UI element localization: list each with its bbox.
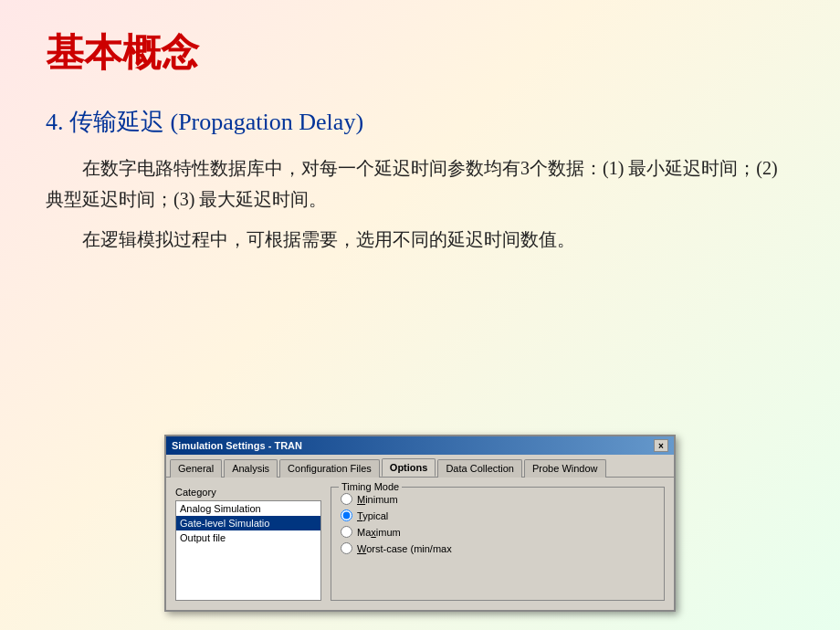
category-analog-simulation[interactable]: Analog Simulation [176,501,320,516]
paragraph2: 在逻辑模拟过程中，可根据需要，选用不同的延迟时间数值。 [46,224,794,255]
section-heading: 4. 传输延迟 (Propagation Delay) [46,106,794,138]
category-gate-level[interactable]: Gate-level Simulatio [176,516,320,530]
timing-minimum-row: Minimum [341,493,655,505]
timing-maximum-radio[interactable] [341,526,352,538]
timing-maximum-label: Maximum [357,527,401,538]
simulation-settings-dialog: Simulation Settings - TRAN × General Ana… [164,435,676,612]
slide-title: 基本概念 [46,27,794,79]
dialog-inner: Category Analog Simulation Gate-level Si… [175,487,665,601]
timing-worstcase-radio[interactable] [341,542,352,554]
section-number: 4. [46,109,64,135]
timing-typical-label: Typical [357,510,388,521]
paragraph1: 在数字电路特性数据库中，对每一个延迟时间参数均有3个数据：(1) 最小延迟时间；… [46,152,794,215]
category-output-file[interactable]: Output file [176,530,320,545]
section-heading-en: (Propagation Delay) [171,109,364,135]
timing-mode-group: Timing Mode Minimum Typical Maximum [331,487,665,601]
timing-minimum-label: Minimum [357,494,398,505]
timing-typical-row: Typical [341,509,655,521]
category-section: Category Analog Simulation Gate-level Si… [175,487,321,601]
tab-probe-window[interactable]: Probe Window [524,459,606,478]
dialog-body: Category Analog Simulation Gate-level Si… [166,478,674,610]
category-list: Analog Simulation Gate-level Simulatio O… [175,500,321,601]
tab-options[interactable]: Options [382,458,436,477]
timing-typical-radio[interactable] [341,509,352,521]
timing-worstcase-label: Worst-case (min/max [357,543,452,554]
timing-mode-legend: Timing Mode [339,481,402,492]
timing-minimum-radio[interactable] [341,493,352,505]
tab-data-collection[interactable]: Data Collection [437,459,522,478]
dialog-close-button[interactable]: × [654,439,668,452]
category-label: Category [175,487,321,498]
timing-maximum-row: Maximum [341,526,655,538]
timing-worstcase-row: Worst-case (min/max [341,542,655,554]
tab-general[interactable]: General [170,459,222,478]
dialog-title: Simulation Settings - TRAN [172,440,302,451]
dialog-tabs: General Analysis Configuration Files Opt… [166,455,674,478]
tab-configuration-files[interactable]: Configuration Files [279,459,380,478]
section-heading-cn: 传输延迟 [69,109,164,135]
tab-analysis[interactable]: Analysis [224,459,278,478]
dialog-titlebar: Simulation Settings - TRAN × [166,436,674,455]
slide: 基本概念 4. 传输延迟 (Propagation Delay) 在数字电路特性… [0,0,840,630]
